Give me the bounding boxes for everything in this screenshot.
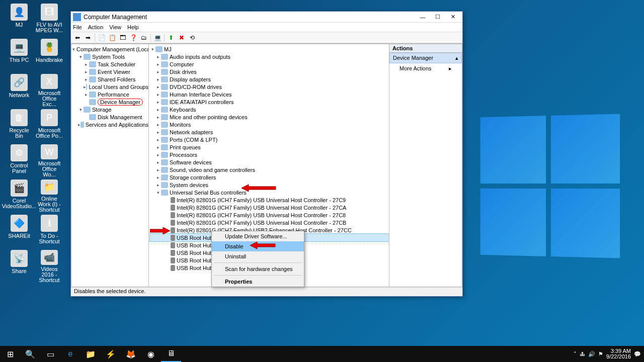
tray-chevron-icon[interactable]: ˄ <box>574 351 577 357</box>
console-tree-pane[interactable]: ▾Computer Management (Local▾System Tools… <box>71 44 149 287</box>
scan-hardware-icon[interactable]: ⬆ <box>166 33 176 42</box>
annotation-arrow <box>250 241 276 250</box>
tree-node[interactable]: ▸Network adapters <box>150 128 389 136</box>
firefox-icon[interactable]: 🦊 <box>121 346 141 362</box>
desktop-icon[interactable]: 🍍Handbrake <box>35 38 63 72</box>
tree-node[interactable]: ▸Processors <box>150 151 389 158</box>
desktop-icon[interactable]: WMicrosoft Office Wo... <box>35 143 63 177</box>
tree-node[interactable]: ▾MJ <box>150 45 389 53</box>
actions-selected[interactable]: Device Manager▴ <box>389 53 462 63</box>
toolbar-icon[interactable]: ❓ <box>128 33 138 42</box>
desktop-icon[interactable]: ℹTo Do - Shortcut <box>35 214 63 248</box>
tree-node[interactable]: ▸DVD/CD-ROM drives <box>150 83 389 90</box>
tree-node[interactable]: ▸Disk drives <box>150 68 389 75</box>
toolbar-icon[interactable]: 📄 <box>97 33 107 42</box>
taskbar[interactable]: ⊞ 🔍 ▭ e 📁 ⚡ 🦊 ◉ 🖥 ˄ 🖧 🔊 ⚑ 3:39 AM 9/22/2… <box>0 346 644 362</box>
menu-action[interactable]: Action <box>88 24 104 30</box>
tree-node-device-manager[interactable]: Device Manager <box>72 98 148 106</box>
tree-node[interactable]: ▸Ports (COM & LPT) <box>150 136 389 143</box>
desktop-icon[interactable]: 💻This PC <box>5 38 33 72</box>
tree-node[interactable]: ▸Performance <box>72 90 148 98</box>
desktop-icon[interactable]: PMicrosoft Office Po... <box>35 108 63 142</box>
menu-file[interactable]: File <box>73 24 82 30</box>
tree-node[interactable]: ▸Monitors <box>150 121 389 128</box>
context-menu-item[interactable]: Update Driver Software... <box>212 231 304 241</box>
tree-node[interactable]: ▸Local Users and Groups <box>72 83 148 90</box>
desktop-icon[interactable]: 📡Share <box>5 249 33 283</box>
flag-icon[interactable]: ⚑ <box>598 351 603 357</box>
minimize-button[interactable]: — <box>415 12 430 22</box>
tree-node[interactable]: Intel(R) 82801G (ICH7 Family) USB Univer… <box>150 204 389 211</box>
tree-node[interactable]: Intel(R) 82801G (ICH7 Family) USB Univer… <box>150 196 389 204</box>
explorer-icon[interactable]: 📁 <box>80 346 101 362</box>
tree-node[interactable]: ▸Computer <box>150 60 389 68</box>
icon-glyph: 🎞 <box>41 4 58 21</box>
titlebar[interactable]: Computer Management — ☐ ✕ <box>71 12 462 23</box>
tree-node[interactable]: Intel(R) 82801G (ICH7 Family) USB Univer… <box>150 219 389 226</box>
context-menu-item[interactable]: Uninstall <box>212 251 304 261</box>
menu-help[interactable]: Help <box>127 24 139 30</box>
task-view-icon[interactable]: ▭ <box>40 346 60 362</box>
tree-label: Disk Management <box>98 114 142 120</box>
network-icon[interactable]: 🖧 <box>580 351 585 357</box>
close-button[interactable]: ✕ <box>445 12 460 22</box>
toolbar-icon[interactable]: 📋 <box>107 33 117 42</box>
search-icon[interactable]: 🔍 <box>20 346 40 362</box>
status-bar: Disables the selected device. <box>71 287 462 296</box>
desktop-icon[interactable]: 📁Online Work (I) - Shortcut <box>35 178 63 213</box>
toolbar-icon[interactable]: 💻 <box>152 33 163 42</box>
toolbar-icon[interactable]: 🗔 <box>118 33 128 42</box>
desktop-icon[interactable]: 📹Videos 2016 - Shortcut <box>35 249 63 283</box>
tree-node[interactable]: ▾Storage <box>72 106 148 113</box>
toolbar-icon[interactable]: 🗂 <box>139 33 149 42</box>
tree-node[interactable]: ▸Display adapters <box>150 75 389 83</box>
system-tray[interactable]: ˄ 🖧 🔊 ⚑ 3:39 AM 9/22/2016 💬 <box>574 348 644 359</box>
tree-node[interactable]: ▸Shared Folders <box>72 75 148 83</box>
context-menu-item[interactable]: Properties <box>212 277 304 287</box>
tree-node[interactable]: ▸Print queues <box>150 143 389 151</box>
icon-label: Control Panel <box>5 163 33 174</box>
tree-node[interactable]: ▸Services and Applications <box>72 121 148 128</box>
toolbar-icon[interactable]: ⟲ <box>187 33 197 42</box>
tree-node[interactable]: ▸Human Interface Devices <box>150 90 389 98</box>
desktop-icon[interactable]: ⚙Control Panel <box>5 143 33 177</box>
tree-node[interactable]: ▾System Tools <box>72 53 148 60</box>
tree-node[interactable]: Disk Management <box>72 113 148 121</box>
tree-node[interactable]: ▸Storage controllers <box>150 173 389 181</box>
context-menu-item[interactable]: Scan for hardware changes <box>212 264 304 274</box>
running-app-icon[interactable]: 🖥 <box>161 346 181 362</box>
tree-node[interactable]: ▸Sound, video and game controllers <box>150 166 389 173</box>
volume-icon[interactable]: 🔊 <box>588 351 595 357</box>
tree-node[interactable]: ▸Software devices <box>150 158 389 166</box>
menu-view[interactable]: View <box>109 24 121 30</box>
tree-label: Performance <box>98 92 129 98</box>
desktop-icon[interactable]: 🔷SHAREit <box>5 214 33 248</box>
edge-icon[interactable]: e <box>60 346 80 362</box>
more-actions[interactable]: More Actions▸ <box>389 63 462 73</box>
tree-node[interactable]: ▸IDE ATA/ATAPI controllers <box>150 98 389 106</box>
tree-node[interactable]: ▸Event Viewer <box>72 68 148 75</box>
tree-node[interactable]: ▾Computer Management (Local <box>72 45 148 53</box>
desktop-icon[interactable]: 🔗Network <box>5 73 33 107</box>
desktop-icon[interactable]: 🎬Corel VideoStudio... <box>5 178 33 213</box>
desktop-icon[interactable]: XMicrosoft Office Exc... <box>35 73 63 107</box>
start-button[interactable]: ⊞ <box>0 346 20 362</box>
disable-icon[interactable]: ✖ <box>177 33 187 42</box>
back-button[interactable]: ⬅ <box>72 33 83 42</box>
desktop-icon[interactable]: 🗑Recycle Bin <box>5 108 33 142</box>
tree-node[interactable]: ▸Audio inputs and outputs <box>150 53 389 60</box>
chrome-icon[interactable]: ◉ <box>141 346 161 362</box>
tree-node[interactable]: ▸Mice and other pointing devices <box>150 113 389 121</box>
tree-label: System Tools <box>92 54 125 60</box>
tree-node[interactable]: Intel(R) 82801G (ICH7 Family) USB Univer… <box>150 211 389 219</box>
clock[interactable]: 3:39 AM 9/22/2016 <box>606 348 631 359</box>
maximize-button[interactable]: ☐ <box>430 12 445 22</box>
tree-icon <box>161 190 168 196</box>
tree-node[interactable]: ▸Keyboards <box>150 106 389 113</box>
winamp-icon[interactable]: ⚡ <box>101 346 121 362</box>
desktop-icon[interactable]: 👤MJ <box>5 3 33 37</box>
forward-button[interactable]: ➡ <box>83 33 93 42</box>
desktop-icon[interactable]: 🎞FLV to AVI MPEG W... <box>35 3 63 37</box>
notifications-icon[interactable]: 💬 <box>634 351 641 357</box>
tree-node[interactable]: ▸Task Scheduler <box>72 60 148 68</box>
